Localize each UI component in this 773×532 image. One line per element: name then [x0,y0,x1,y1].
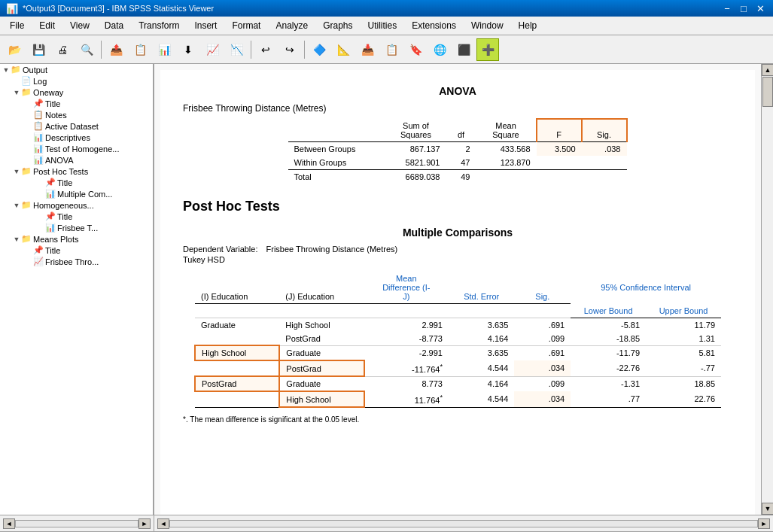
close-button[interactable]: ✕ [753,2,767,15]
tb-btn-10[interactable]: 📋 [380,38,403,61]
menu-insert[interactable]: Insert [187,18,224,33]
scroll-track[interactable] [762,76,773,503]
tb-btn-11[interactable]: 🔖 [404,38,427,61]
mc-ub-5: 18.85 [646,376,721,391]
export-button[interactable]: 📤 [105,38,127,61]
tree-notes[interactable]: 📋 Notes [0,109,153,120]
tb-btn-9[interactable]: 📥 [356,38,379,61]
tree-active-dataset[interactable]: 📋 Active Dataset [0,120,153,132]
means-title-icon: 📌 [33,245,44,255]
means-folder-icon: 📁 [21,234,32,244]
tree-output[interactable]: ▼ 📁 Output [0,64,153,75]
toolbar: 📂 💾 🖨 🔍 📤 📋 📊 ⬇ 📈 📉 ↩ ↪ 🔷 📐 📥 📋 🔖 🌐 ⬛ ➕ [0,35,773,64]
tree-anova[interactable]: 📊 ANOVA [0,154,153,166]
tree-frisbee1-label: Frisbee T... [57,223,98,233]
mc-sub-lower: Lower Bound [571,304,646,318]
menu-help[interactable]: Help [512,18,544,33]
menu-data[interactable]: Data [98,18,130,33]
mc-col-md: MeanDifference (I-J) [364,272,449,304]
tree-oneway[interactable]: ▼ 📁 Oneway [0,87,153,98]
tb-btn-4[interactable]: ⬇ [177,38,199,61]
expand-hom[interactable]: ▼ [12,202,21,209]
menu-view[interactable]: View [63,18,96,33]
tree-title[interactable]: 📌 Title [0,98,153,109]
anova-f-total [537,170,582,184]
expand-output[interactable]: ▼ [2,66,11,74]
hscroll-right-button-2[interactable]: ► [758,518,770,529]
tb-btn-3[interactable]: 📊 [153,38,175,61]
maximize-button[interactable]: □ [737,2,750,15]
save-button[interactable]: 💾 [27,38,50,61]
tree-means-plots[interactable]: ▼ 📁 Means Plots [0,233,153,245]
redo-button[interactable]: ↪ [278,38,301,61]
mc-col-sig: Sig. [514,272,571,304]
toolbar-separator-1 [101,41,102,59]
menu-format[interactable]: Format [225,18,267,33]
tb-btn-6[interactable]: 📉 [225,38,248,61]
tree-toh[interactable]: 📊 Test of Homogene... [0,143,153,154]
tree-hom-title[interactable]: 📌 Title [0,211,153,222]
undo-button[interactable]: ↩ [254,38,277,61]
expand-oneway[interactable]: ▼ [12,89,21,96]
anova-df-total: 49 [446,170,476,184]
menu-extensions[interactable]: Extensions [405,18,463,33]
tree-homogeneous[interactable]: ▼ 📁 Homogeneous... [0,199,153,211]
mc-md-6: 11.764* [364,391,449,407]
tree-log[interactable]: 📄 Log [0,75,153,87]
menu-analyze[interactable]: Analyze [269,18,315,33]
hscroll-left-button-2[interactable]: ◄ [157,518,169,529]
mc-sub-empty4 [449,304,514,318]
tree-frisbee2[interactable]: 📈 Frisbee Thro... [0,256,153,267]
mc-lb-1: -5.81 [571,318,646,332]
menu-utilities[interactable]: Utilities [361,18,404,33]
print-preview-button[interactable]: 🔍 [75,38,98,61]
hscroll-right-button[interactable]: ► [138,518,151,529]
scroll-thumb[interactable] [762,77,773,107]
anova-f-within [537,156,582,170]
menu-window[interactable]: Window [464,18,510,33]
viewer-button[interactable]: 📋 [129,38,151,61]
mc-sig-4: .034 [514,360,571,376]
print-button[interactable]: 🖨 [51,38,74,61]
minimize-button[interactable]: − [720,2,734,15]
tree-means-title[interactable]: 📌 Title [0,245,153,256]
mc-ub-6: 22.76 [646,391,721,407]
toolbar-separator-2 [251,41,251,59]
menu-transform[interactable]: Transform [132,18,186,33]
tree-frisbee1[interactable]: 📊 Frisbee T... [0,222,153,233]
mc-sub-empty2 [279,304,364,318]
mc-ub-4: -.77 [646,360,721,376]
tb-btn-12[interactable]: 🌐 [428,38,451,61]
expand-posthoc[interactable]: ▼ [12,168,21,175]
tb-btn-14[interactable]: ➕ [476,38,499,61]
tree-desc-label: Descriptives [45,133,90,142]
hscroll-track-left[interactable] [15,520,138,527]
vertical-scrollbar[interactable]: ▲ ▼ [761,64,773,515]
scroll-down-button[interactable]: ▼ [762,503,773,515]
tb-btn-13[interactable]: ⬛ [452,38,475,61]
tree-hom-label: Homogeneous... [33,201,94,210]
mc-i-1: Graduate [195,318,279,332]
tb-btn-5[interactable]: 📈 [201,38,224,61]
phc-title-icon: 📌 [45,178,56,187]
title-bar: 📊 *Output3 [Document3] - IBM SPSS Statis… [0,0,773,17]
mc-row-6: High School 11.764* 4.544 .034 .77 22.76 [195,391,721,407]
tree-descriptives[interactable]: 📊 Descriptives [0,132,153,143]
content-inner: ANOVA Frisbee Throwing Distance (Metres) [160,70,755,515]
tb-btn-7[interactable]: 🔷 [308,38,330,61]
menu-graphs[interactable]: Graphs [316,18,359,33]
tree-phc-title[interactable]: 📌 Title [0,177,153,188]
menu-edit[interactable]: Edit [32,18,62,33]
mc-md-3: -2.991 [364,345,449,360]
hscroll-left-button[interactable]: ◄ [3,518,15,529]
tree-posthoc[interactable]: ▼ 📁 Post Hoc Tests [0,166,153,177]
hscroll-track-right[interactable] [169,520,758,527]
expand-means[interactable]: ▼ [12,236,21,243]
mc-sig-1: .691 [514,318,571,332]
mc-j-3: Graduate [279,345,364,360]
tree-mc[interactable]: 📊 Multiple Com... [0,188,153,199]
scroll-up-button[interactable]: ▲ [762,64,773,76]
open-button[interactable]: 📂 [3,38,26,61]
menu-file[interactable]: File [3,18,31,33]
tb-btn-8[interactable]: 📐 [332,38,355,61]
